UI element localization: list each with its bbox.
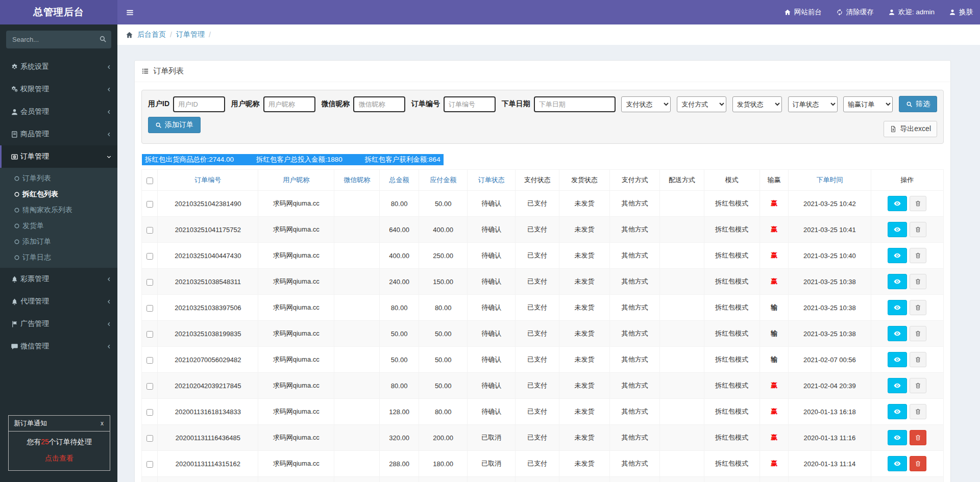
column-header[interactable]: 微信昵称 xyxy=(334,170,380,191)
sidebar-item-ad-management[interactable]: 广告管理 xyxy=(0,313,117,335)
view-button[interactable] xyxy=(888,456,907,471)
select-all-checkbox[interactable] xyxy=(146,177,153,184)
filter-input-user-id[interactable] xyxy=(173,96,225,112)
breadcrumb-current[interactable]: 订单管理 xyxy=(176,30,205,39)
delete-button[interactable] xyxy=(910,222,926,237)
filter-input-wechat-nickname[interactable] xyxy=(353,96,405,112)
view-button[interactable] xyxy=(888,326,907,341)
cell-delivery-method xyxy=(660,191,704,217)
notification-close-button[interactable]: x xyxy=(100,420,105,427)
delete-button[interactable] xyxy=(910,404,926,419)
filter-input-order-date[interactable] xyxy=(534,96,616,112)
notification-view-link[interactable]: 点击查看 xyxy=(12,454,107,463)
topnav-change-skin[interactable]: 换肤 xyxy=(942,0,980,24)
filter-select-order-status[interactable]: 订单状态 xyxy=(788,96,838,112)
column-header[interactable]: 总金额 xyxy=(380,170,419,191)
filter-input-user-nickname[interactable] xyxy=(263,96,315,112)
sidebar-item-permission-management[interactable]: 权限管理 xyxy=(0,78,117,100)
search-icon[interactable] xyxy=(99,35,107,43)
cell-order-status: 待确认 xyxy=(468,295,516,321)
column-header[interactable]: 下单时间 xyxy=(789,170,871,191)
column-header[interactable]: 应付金额 xyxy=(419,170,467,191)
cell-user-nickname: 求码网qiuma.cc xyxy=(258,217,334,243)
comment-icon xyxy=(8,343,20,350)
topnav-welcome-admin[interactable]: 欢迎: admin xyxy=(881,0,942,24)
filter-actions-row: 添加订单 导出excel xyxy=(148,117,937,137)
view-button[interactable] xyxy=(888,404,907,419)
delete-button[interactable] xyxy=(910,248,926,263)
row-checkbox[interactable] xyxy=(146,253,153,260)
sidebar-item-system-settings[interactable]: 系统设置 xyxy=(0,56,117,78)
filter-select-ship-status[interactable]: 发货状态 xyxy=(732,96,782,112)
app-logo[interactable]: 总管理后台 xyxy=(0,0,117,24)
cell-total-amount: 180.00 xyxy=(380,477,419,482)
sidebar-item-label: 订单管理 xyxy=(20,152,105,161)
view-button[interactable] xyxy=(888,378,907,393)
column-header[interactable]: 订单状态 xyxy=(468,170,516,191)
export-excel-button[interactable]: 导出excel xyxy=(884,121,937,137)
table-row: 202103251038548311求码网qiuma.cc240.00150.0… xyxy=(142,269,944,295)
filter-input-order-no[interactable] xyxy=(444,96,496,112)
view-button[interactable] xyxy=(888,248,907,263)
view-button[interactable] xyxy=(888,430,907,445)
panel-header: 订单列表 xyxy=(135,61,950,82)
trash-icon xyxy=(915,356,921,363)
cell-order-status: 待确认 xyxy=(468,347,516,373)
row-checkbox[interactable] xyxy=(146,305,153,312)
sidebar-subitem-shipping-list[interactable]: 发货单 xyxy=(0,218,117,234)
filter-select-winloss-order[interactable]: 输赢订单 xyxy=(843,96,893,112)
sidebar-item-agent-management[interactable]: 代理管理 xyxy=(0,290,117,313)
breadcrumb-home[interactable]: 后台首页 xyxy=(137,30,166,39)
row-checkbox[interactable] xyxy=(146,461,153,468)
delete-button[interactable] xyxy=(910,430,926,445)
delete-button[interactable] xyxy=(910,274,926,289)
view-button[interactable] xyxy=(888,222,907,237)
cell-pay-status: 已支付 xyxy=(516,399,559,425)
delete-button[interactable] xyxy=(910,300,926,315)
sidebar-subitem-add-order[interactable]: 添加订单 xyxy=(0,234,117,249)
delete-button[interactable] xyxy=(910,352,926,367)
delete-button[interactable] xyxy=(910,326,926,341)
sidebar-toggle-button[interactable] xyxy=(117,0,142,24)
row-checkbox[interactable] xyxy=(146,409,153,416)
delete-button[interactable] xyxy=(910,456,926,471)
cell-winloss: 输 xyxy=(760,295,789,321)
sidebar-subitem-guess-happy-list[interactable]: 猜阄家欢乐列表 xyxy=(0,202,117,218)
row-checkbox[interactable] xyxy=(146,435,153,442)
cell-delivery-method xyxy=(660,373,704,399)
filter-button[interactable]: 筛选 xyxy=(899,96,937,112)
column-header[interactable]: 订单编号 xyxy=(158,170,258,191)
add-order-button[interactable]: 添加订单 xyxy=(148,117,201,133)
sidebar-subitem-order-log[interactable]: 订单日志 xyxy=(0,249,117,265)
sidebar-item-label: 广告管理 xyxy=(20,319,105,328)
sidebar-item-product-management[interactable]: 商品管理 xyxy=(0,123,117,145)
cell-order-id: 202103251040447430 xyxy=(158,243,258,269)
view-button[interactable] xyxy=(888,352,907,367)
cell-ship-status: 未发货 xyxy=(559,321,610,347)
row-checkbox[interactable] xyxy=(146,331,153,338)
row-checkbox[interactable] xyxy=(146,201,153,208)
sidebar-subitem-order-list[interactable]: 订单列表 xyxy=(0,170,117,186)
sidebar-item-order-management[interactable]: 订单管理 xyxy=(0,145,117,168)
sidebar-subitem-red-packet-list[interactable]: 拆红包列表 xyxy=(0,186,117,202)
delete-button[interactable] xyxy=(910,196,926,211)
row-checkbox[interactable] xyxy=(146,357,153,364)
row-checkbox[interactable] xyxy=(146,227,153,234)
filter-select-pay-status[interactable]: 支付状态 xyxy=(621,96,671,112)
topnav-site-front[interactable]: 网站前台 xyxy=(777,0,829,24)
filter-select-pay-method[interactable]: 支付方式 xyxy=(677,96,726,112)
sidebar-item-lottery-management[interactable]: 彩票管理 xyxy=(0,268,117,290)
view-button[interactable] xyxy=(888,196,907,211)
view-button[interactable] xyxy=(888,274,907,289)
delete-button[interactable] xyxy=(910,378,926,393)
sidebar-item-wechat-management[interactable]: 微信管理 xyxy=(0,335,117,358)
topnav-clear-cache[interactable]: 清除缓存 xyxy=(829,0,881,24)
sidebar-item-member-management[interactable]: 会员管理 xyxy=(0,100,117,123)
row-checkbox[interactable] xyxy=(146,279,153,286)
row-checkbox[interactable] xyxy=(146,383,153,390)
view-button[interactable] xyxy=(888,300,907,315)
cell-winloss: 输 xyxy=(760,477,789,482)
search-input[interactable] xyxy=(6,31,111,48)
column-header: 配送方式 xyxy=(660,170,704,191)
column-header[interactable]: 用户昵称 xyxy=(258,170,334,191)
